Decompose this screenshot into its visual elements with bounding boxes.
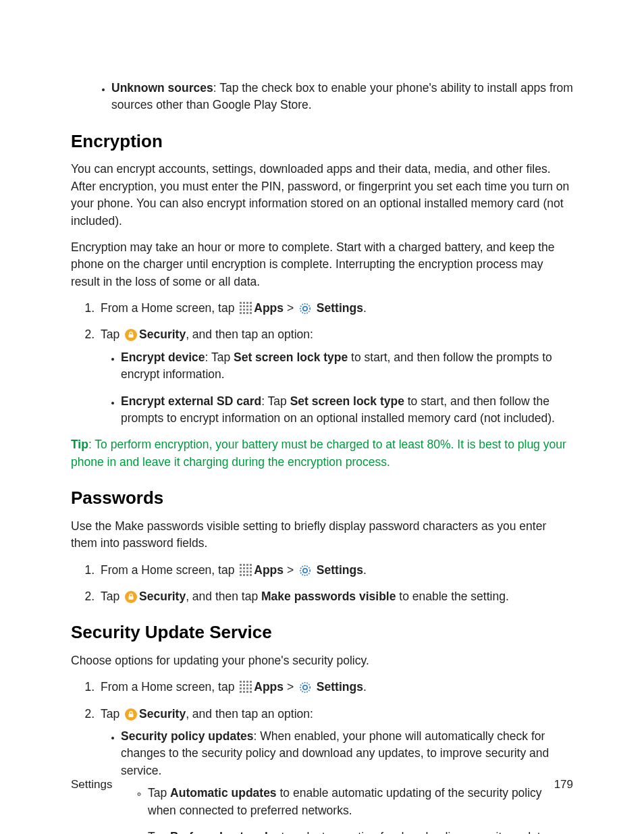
label: Set screen lock type xyxy=(234,350,348,364)
svg-rect-7 xyxy=(250,305,252,307)
svg-point-17 xyxy=(303,307,307,311)
step-1: From a Home screen, tap Apps > Settings. xyxy=(98,562,573,579)
svg-rect-45 xyxy=(250,684,252,686)
settings-gear-icon xyxy=(299,303,311,315)
separator: > xyxy=(284,563,297,577)
svg-rect-53 xyxy=(250,691,252,693)
step-1: From a Home screen, tap Apps > Settings. xyxy=(98,679,573,696)
svg-rect-37 xyxy=(129,596,134,600)
list-item: Unknown sources: Tap the check box to en… xyxy=(71,80,573,114)
label-settings: Settings xyxy=(313,563,363,577)
label: Security policy updates xyxy=(121,729,253,743)
label: Preferred networks xyxy=(170,830,278,834)
svg-rect-1 xyxy=(243,302,245,304)
label-apps: Apps xyxy=(254,680,284,694)
svg-rect-6 xyxy=(246,305,248,307)
step-2: Tap Security, and then tap an option: En… xyxy=(98,326,573,427)
svg-rect-43 xyxy=(243,684,245,686)
svg-rect-2 xyxy=(246,302,248,304)
svg-rect-19 xyxy=(240,564,242,566)
text: From a Home screen, tap xyxy=(101,301,238,315)
svg-rect-29 xyxy=(246,571,248,573)
svg-rect-34 xyxy=(250,574,252,576)
svg-point-35 xyxy=(300,565,310,575)
svg-rect-52 xyxy=(246,691,248,693)
svg-point-36 xyxy=(303,568,307,572)
svg-rect-31 xyxy=(240,574,242,576)
text: to enable the setting. xyxy=(396,590,508,603)
svg-rect-26 xyxy=(250,567,252,569)
svg-rect-50 xyxy=(240,691,242,693)
svg-point-16 xyxy=(300,304,310,313)
apps-grid-icon xyxy=(239,680,252,694)
settings-gear-icon xyxy=(299,565,311,577)
svg-rect-23 xyxy=(240,567,242,569)
svg-rect-10 xyxy=(246,309,248,311)
svg-rect-56 xyxy=(129,714,134,717)
apps-grid-icon xyxy=(239,301,252,315)
label-security: Security xyxy=(139,707,186,721)
separator: > xyxy=(284,301,297,315)
apps-grid-icon xyxy=(239,563,252,577)
svg-rect-32 xyxy=(243,574,245,576)
svg-rect-18 xyxy=(129,334,134,338)
text: . xyxy=(363,563,367,577)
label-security: Security xyxy=(139,590,186,603)
svg-rect-13 xyxy=(243,312,245,314)
svg-rect-47 xyxy=(243,687,245,689)
footer-section: Settings xyxy=(71,777,112,793)
svg-rect-15 xyxy=(250,312,252,314)
list-item: Unknown sources: Tap the check box to en… xyxy=(111,80,573,114)
svg-rect-25 xyxy=(246,567,248,569)
svg-rect-3 xyxy=(250,302,252,304)
svg-rect-28 xyxy=(243,571,245,573)
svg-point-54 xyxy=(300,683,310,692)
svg-rect-51 xyxy=(243,691,245,693)
heading-encryption: Encryption xyxy=(71,129,573,155)
svg-rect-11 xyxy=(250,309,252,311)
svg-rect-44 xyxy=(246,684,248,686)
heading-passwords: Passwords xyxy=(71,486,573,511)
list-item: Encrypt device: Tap Set screen lock type… xyxy=(121,349,573,384)
text: Tap xyxy=(148,830,170,834)
text: : Tap xyxy=(261,394,290,408)
ordered-list: From a Home screen, tap Apps > Settings.… xyxy=(71,562,573,606)
svg-rect-9 xyxy=(243,309,245,311)
document-page: Unknown sources: Tap the check box to en… xyxy=(0,0,644,834)
paragraph: You can encrypt accounts, settings, down… xyxy=(71,161,573,230)
text: Tap xyxy=(101,590,123,603)
svg-point-55 xyxy=(303,685,307,689)
svg-rect-22 xyxy=(250,564,252,566)
label-unknown-sources: Unknown sources xyxy=(111,81,213,95)
text: From a Home screen, tap xyxy=(101,563,238,577)
text: From a Home screen, tap xyxy=(101,680,238,694)
text: Tap xyxy=(101,707,123,721)
ordered-list: From a Home screen, tap Apps > Settings.… xyxy=(71,300,573,427)
tip-callout: Tip: To perform encryption, your battery… xyxy=(71,436,573,471)
svg-rect-20 xyxy=(243,564,245,566)
svg-rect-24 xyxy=(243,567,245,569)
settings-gear-icon xyxy=(299,681,311,694)
svg-rect-49 xyxy=(250,687,252,689)
label: Encrypt device xyxy=(121,350,205,364)
label: Make passwords visible xyxy=(261,590,396,603)
svg-rect-8 xyxy=(240,309,242,311)
paragraph: Use the Make passwords visible setting t… xyxy=(71,518,573,552)
svg-rect-46 xyxy=(240,687,242,689)
text: to select an option for downloading secu… xyxy=(278,830,556,834)
svg-rect-14 xyxy=(246,312,248,314)
paragraph: Choose options for updating your phone's… xyxy=(71,652,573,669)
text: . xyxy=(363,680,367,694)
svg-rect-5 xyxy=(243,305,245,307)
list-item: Encrypt external SD card: Tap Set screen… xyxy=(121,393,573,427)
label: Encrypt external SD card xyxy=(121,394,261,408)
page-number: 179 xyxy=(554,777,573,793)
tip-text: : To perform encryption, your battery mu… xyxy=(71,438,566,468)
label-security: Security xyxy=(139,328,186,341)
svg-rect-41 xyxy=(250,681,252,683)
text: , and then tap an option: xyxy=(186,707,313,721)
svg-rect-38 xyxy=(240,681,242,683)
lock-icon xyxy=(125,591,137,603)
lock-icon xyxy=(125,329,137,341)
paragraph: Encryption may take an hour or more to c… xyxy=(71,239,573,290)
